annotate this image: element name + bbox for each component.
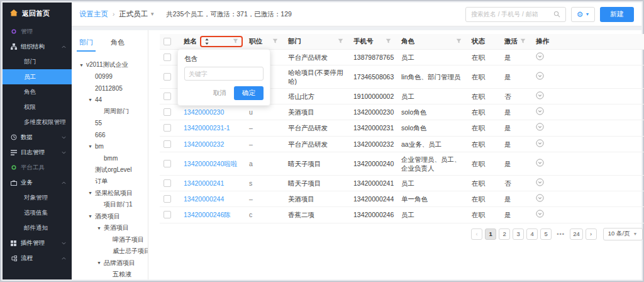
sidebar-item-object-management[interactable]: 对象管理 xyxy=(3,190,72,205)
tree-node[interactable]: 啤酒子项目 xyxy=(79,234,148,246)
filter-cancel-button[interactable]: 取消 xyxy=(213,89,226,98)
sidebar-item-email-notice[interactable]: 邮件通知 xyxy=(3,220,72,235)
tree-node[interactable]: 20112805 xyxy=(79,82,148,94)
row-actions-dropdown-icon[interactable] xyxy=(536,91,544,99)
employee-name-link[interactable]: 13420000232 xyxy=(184,140,224,148)
sidebar-item-org-structure[interactable]: 组织结构 xyxy=(3,39,72,54)
page-button-3[interactable]: 3 xyxy=(513,228,524,240)
row-checkbox[interactable] xyxy=(164,124,171,132)
breadcrumb-current[interactable]: 正式员工 ▼ xyxy=(119,9,155,19)
sidebar-item-department[interactable]: 部门 xyxy=(3,54,72,69)
row-actions-dropdown-icon[interactable] xyxy=(536,139,544,147)
row-checkbox[interactable] xyxy=(164,73,171,81)
page-button-24[interactable]: 24 xyxy=(570,228,583,240)
tree-node[interactable]: ▼坚果松鼠项目 xyxy=(79,188,148,200)
tree-node[interactable]: ▼44 xyxy=(79,94,148,106)
row-actions-dropdown-icon[interactable] xyxy=(536,210,544,218)
filter-funnel-icon[interactable] xyxy=(272,38,278,44)
row-checkbox[interactable] xyxy=(164,179,171,187)
employee-name-link[interactable]: 13420000230 xyxy=(184,108,224,116)
employee-name-link[interactable]: 13420000240啦啦 xyxy=(184,160,237,167)
search-input[interactable]: 搜索姓名 / 手机号 / 邮箱 xyxy=(465,7,566,22)
row-actions-dropdown-icon[interactable] xyxy=(536,178,544,186)
filter-funnel-icon[interactable] xyxy=(456,38,462,44)
tree-node[interactable]: ▼v2011测试企业 xyxy=(79,59,148,71)
breadcrumb-home[interactable]: 设置主页 xyxy=(79,9,108,19)
row-actions-dropdown-icon[interactable] xyxy=(536,107,544,115)
tree-node[interactable]: 周周部门 xyxy=(79,106,148,118)
row-checkbox[interactable] xyxy=(164,93,171,100)
ring-purple-icon xyxy=(10,29,17,34)
page-button-1[interactable]: 1 xyxy=(485,228,496,240)
sidebar-item-business[interactable]: 业务 xyxy=(3,175,72,190)
employee-name-link[interactable]: 13420000246陈 xyxy=(184,211,231,218)
tab-role[interactable]: 角色 xyxy=(111,38,125,52)
row-actions-dropdown-icon[interactable] xyxy=(536,159,544,167)
sidebar-item-role[interactable]: 角色 xyxy=(3,84,72,99)
sidebar-item-platform-tools[interactable]: 平台工具 xyxy=(3,160,72,175)
row-checkbox[interactable] xyxy=(164,108,171,116)
tab-department[interactable]: 部门 xyxy=(79,38,93,52)
sidebar-item-multi-dim-permission[interactable]: 多维度权限管理 xyxy=(3,115,72,130)
tree-expand-caret-icon[interactable]: ▼ xyxy=(97,226,104,230)
tree-node[interactable]: 55 xyxy=(79,118,148,130)
sidebar-item-workflow[interactable]: 流程 xyxy=(3,251,72,266)
tree-node[interactable]: 666 xyxy=(79,129,148,141)
sidebar-item-label: 选项值集 xyxy=(24,209,48,217)
tree-node[interactable]: 订单 xyxy=(79,176,148,188)
tree-node[interactable]: 威士忌子项目 xyxy=(79,245,148,257)
sidebar-item-employee[interactable]: 员工 xyxy=(3,69,72,84)
page-size-select[interactable]: 10 条/页▼ xyxy=(603,228,643,240)
pagination-prev-button[interactable]: ‹ xyxy=(471,228,482,240)
sidebar-item-plugin-management[interactable]: 插件管理 xyxy=(3,235,72,251)
row-actions-dropdown-icon[interactable] xyxy=(536,123,544,131)
tree-node[interactable]: ▼品牌酒项目 xyxy=(79,257,148,269)
row-checkbox[interactable] xyxy=(164,140,171,148)
employee-name-link[interactable]: 13420000231-1 xyxy=(184,124,230,132)
employee-name-link[interactable]: 13420000244 xyxy=(184,195,224,203)
sidebar-item-permission[interactable]: 权限 xyxy=(3,99,72,115)
row-checkbox[interactable] xyxy=(164,160,171,167)
tree-node[interactable]: 测试orgLevel xyxy=(79,164,148,176)
row-actions-dropdown-icon[interactable] xyxy=(536,52,544,60)
row-checkbox[interactable] xyxy=(164,54,171,61)
sidebar-item-data[interactable]: 数据 xyxy=(3,130,72,145)
pagination-next-button[interactable]: › xyxy=(586,228,597,240)
filter-keyword-input[interactable] xyxy=(184,67,264,81)
row-actions-dropdown-icon[interactable] xyxy=(536,194,544,202)
tree-node[interactable]: ▼酒类项目 xyxy=(79,211,148,223)
employee-name-link[interactable]: 13420000241 xyxy=(184,179,224,187)
tree-node[interactable]: ▼bm xyxy=(79,141,148,153)
create-button[interactable]: 新建 xyxy=(600,7,634,22)
sidebar-item-log-management[interactable]: 日志管理 xyxy=(3,145,72,160)
tree-node[interactable]: bmm xyxy=(79,152,148,164)
select-all-checkbox[interactable] xyxy=(164,38,171,45)
filter-funnel-icon[interactable] xyxy=(233,38,238,45)
row-checkbox[interactable] xyxy=(164,195,171,203)
back-home-link[interactable]: 返回首页 xyxy=(3,3,72,24)
tree-node[interactable]: ▼美酒项目 xyxy=(79,222,148,234)
page-button-4[interactable]: 4 xyxy=(526,228,538,240)
row-actions-dropdown-icon[interactable] xyxy=(536,72,544,80)
tree-expand-caret-icon[interactable]: ▼ xyxy=(97,261,104,265)
filter-confirm-button[interactable]: 确定 xyxy=(234,86,264,100)
filter-funnel-icon[interactable] xyxy=(338,38,343,44)
tree-node[interactable]: 项目部门1 xyxy=(79,199,148,211)
sort-icon[interactable] xyxy=(204,38,209,45)
settings-dropdown-button[interactable]: ⚙ ▼ xyxy=(571,7,595,22)
sidebar-item-management[interactable]: 管理 xyxy=(3,24,72,39)
tree-expand-caret-icon[interactable]: ▼ xyxy=(88,98,95,102)
filter-funnel-icon[interactable] xyxy=(520,38,526,44)
tree-expand-caret-icon[interactable]: ▼ xyxy=(88,191,95,195)
tree-node[interactable]: 五粮液 xyxy=(79,269,148,279)
row-checkbox[interactable] xyxy=(164,211,171,218)
tree-node[interactable]: 00999 xyxy=(79,71,148,83)
page-button-5[interactable]: 5 xyxy=(540,228,552,240)
filter-funnel-icon[interactable] xyxy=(386,38,391,44)
tree-expand-caret-icon[interactable]: ▼ xyxy=(88,144,95,149)
tree-expand-caret-icon[interactable]: ▼ xyxy=(79,63,86,67)
page-button-2[interactable]: 2 xyxy=(499,228,510,240)
filter-popup: 包含 取消 确定 xyxy=(177,49,270,106)
sidebar-item-option-set[interactable]: 选项值集 xyxy=(3,205,72,220)
tree-expand-caret-icon[interactable]: ▼ xyxy=(88,214,95,218)
